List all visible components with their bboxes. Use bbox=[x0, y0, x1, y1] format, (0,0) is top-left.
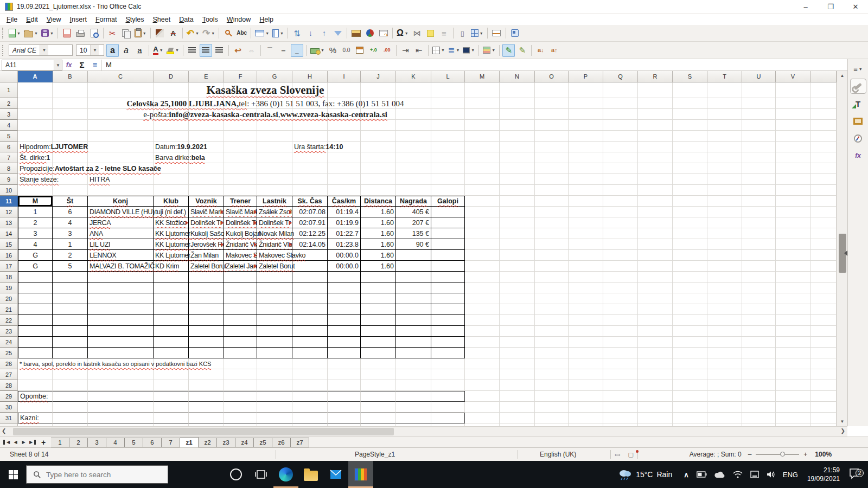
bold-icon[interactable]: a bbox=[106, 44, 119, 57]
menu-file[interactable]: File bbox=[2, 15, 22, 24]
cell[interactable] bbox=[257, 326, 292, 337]
cell[interactable] bbox=[88, 131, 154, 142]
cell[interactable] bbox=[500, 261, 535, 272]
cell[interactable]: Novak Milan bbox=[257, 228, 292, 239]
column-header-V[interactable]: V bbox=[776, 71, 810, 82]
underline-icon[interactable]: a bbox=[133, 44, 146, 57]
cell[interactable] bbox=[638, 98, 673, 109]
previous-sheet-icon[interactable]: ◀ bbox=[11, 440, 20, 445]
function-wizard-icon[interactable]: fx bbox=[66, 61, 72, 69]
cell[interactable] bbox=[603, 261, 638, 272]
functions-icon[interactable]: fx bbox=[850, 148, 866, 163]
cell[interactable]: * barva, spol, poreklo in lastnik kasača… bbox=[18, 358, 53, 369]
scroll-down-icon[interactable]: ▼ bbox=[837, 417, 847, 426]
cell[interactable] bbox=[742, 239, 776, 250]
cell[interactable] bbox=[465, 207, 500, 217]
cell[interactable] bbox=[396, 282, 431, 293]
cell[interactable] bbox=[673, 207, 707, 217]
cell[interactable]: 02:12.25 bbox=[292, 228, 328, 239]
autofilter-icon[interactable] bbox=[331, 27, 344, 40]
column-header-S[interactable]: S bbox=[673, 71, 707, 82]
cell[interactable] bbox=[776, 217, 810, 228]
cell[interactable] bbox=[569, 304, 603, 315]
cell[interactable] bbox=[189, 282, 224, 293]
cell[interactable] bbox=[396, 261, 431, 272]
cell[interactable] bbox=[328, 185, 361, 196]
cell[interactable] bbox=[361, 152, 396, 163]
zoom-level[interactable]: 100% bbox=[815, 451, 832, 458]
cell[interactable] bbox=[465, 282, 500, 293]
cell[interactable]: Dolinšek Tr bbox=[189, 217, 224, 228]
cell[interactable]: 3 bbox=[18, 228, 53, 239]
onedrive-icon[interactable] bbox=[711, 471, 729, 478]
cell[interactable]: LENNOX bbox=[88, 250, 154, 261]
cell[interactable] bbox=[603, 196, 638, 207]
cell[interactable]: 135 € bbox=[396, 228, 431, 239]
cell[interactable] bbox=[707, 250, 742, 261]
cell[interactable] bbox=[328, 315, 361, 326]
cell[interactable] bbox=[673, 131, 707, 142]
cell[interactable] bbox=[292, 413, 328, 423]
file-explorer-icon[interactable] bbox=[298, 461, 323, 488]
cell[interactable]: JERCA bbox=[88, 217, 154, 228]
cell[interactable] bbox=[776, 337, 810, 348]
cell[interactable] bbox=[396, 348, 431, 358]
cell-filler[interactable] bbox=[810, 174, 837, 185]
cell[interactable] bbox=[673, 217, 707, 228]
column-header-G[interactable]: G bbox=[257, 71, 292, 82]
cell[interactable] bbox=[603, 163, 638, 174]
cell[interactable] bbox=[154, 380, 189, 391]
cell[interactable] bbox=[361, 402, 396, 413]
cell[interactable] bbox=[53, 272, 88, 282]
cell[interactable] bbox=[638, 293, 673, 304]
cell[interactable] bbox=[569, 142, 603, 152]
cell[interactable]: Jerovšek Ro bbox=[189, 239, 224, 250]
cell[interactable] bbox=[603, 250, 638, 261]
zoom-in-icon[interactable]: + bbox=[803, 451, 807, 458]
spreadsheet-grid[interactable]: ABCDEFGHIJKLMNOPQRSTUV123456Hipodrom: LJ… bbox=[0, 71, 837, 426]
cell[interactable]: 01:19.9 bbox=[328, 217, 361, 228]
chevron-down-icon[interactable]: ▼ bbox=[265, 31, 269, 35]
cell[interactable] bbox=[603, 272, 638, 282]
cell[interactable] bbox=[500, 293, 535, 304]
minimize-button[interactable]: – bbox=[793, 0, 818, 14]
cell[interactable] bbox=[189, 369, 224, 380]
cell[interactable] bbox=[569, 82, 603, 98]
cell[interactable] bbox=[53, 152, 88, 163]
cell-filler[interactable] bbox=[810, 358, 837, 369]
cell[interactable] bbox=[431, 391, 465, 402]
cell[interactable] bbox=[707, 337, 742, 348]
cell[interactable] bbox=[707, 304, 742, 315]
cell[interactable] bbox=[500, 402, 535, 413]
print-icon[interactable] bbox=[74, 27, 87, 40]
cell[interactable]: Barva dirke: bela bbox=[154, 152, 189, 163]
row-header-1[interactable]: 1 bbox=[0, 82, 18, 98]
cell[interactable] bbox=[224, 358, 257, 369]
cell[interactable] bbox=[500, 358, 535, 369]
weather-widget[interactable]: 15°C Rain bbox=[618, 468, 680, 480]
cell[interactable] bbox=[396, 413, 431, 423]
cell[interactable] bbox=[500, 142, 535, 152]
column-header-H[interactable]: H bbox=[292, 71, 328, 82]
align-bottom-icon[interactable]: _ bbox=[291, 44, 303, 57]
cell[interactable] bbox=[673, 380, 707, 391]
cell[interactable] bbox=[569, 391, 603, 402]
cell[interactable] bbox=[673, 304, 707, 315]
cell[interactable] bbox=[638, 239, 673, 250]
cell[interactable] bbox=[603, 315, 638, 326]
cell[interactable] bbox=[257, 152, 292, 163]
row-header-19[interactable]: 19 bbox=[0, 282, 18, 293]
cell[interactable]: 01:22.7 bbox=[328, 228, 361, 239]
cell[interactable] bbox=[707, 272, 742, 282]
cell[interactable] bbox=[361, 163, 396, 174]
cell[interactable] bbox=[776, 109, 810, 120]
cell[interactable] bbox=[189, 337, 224, 348]
cell[interactable] bbox=[361, 369, 396, 380]
cell[interactable] bbox=[224, 272, 257, 282]
cell[interactable] bbox=[224, 380, 257, 391]
split-window-icon[interactable] bbox=[490, 27, 503, 40]
cell[interactable] bbox=[361, 348, 396, 358]
cell[interactable] bbox=[53, 315, 88, 326]
cell[interactable] bbox=[776, 239, 810, 250]
cell[interactable] bbox=[603, 337, 638, 348]
